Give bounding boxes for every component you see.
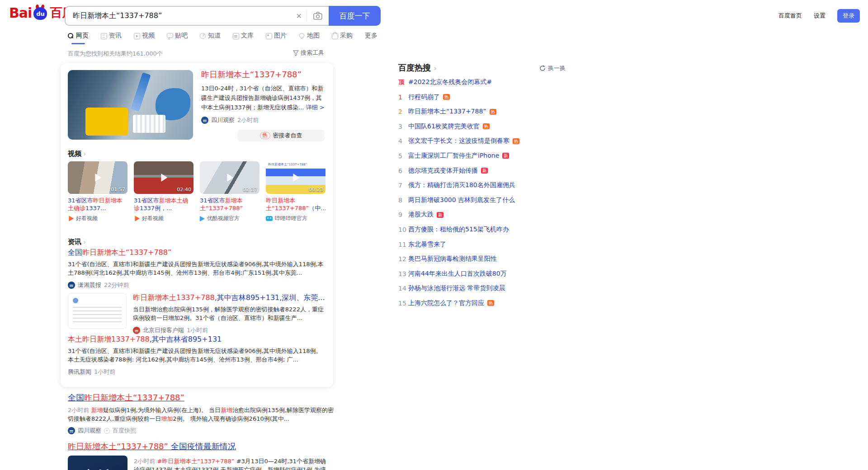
chevron-right-icon[interactable]: ›	[83, 238, 86, 246]
hot-rank: 顶	[398, 78, 408, 86]
hot-badge: 热	[487, 300, 494, 306]
search-input[interactable]	[66, 12, 292, 20]
tab-icon	[134, 33, 140, 39]
hot-rank: 13	[398, 270, 408, 277]
video-caption[interactable]: 31省区市新增本土“1337+788”	[200, 197, 259, 212]
camera-icon[interactable]	[307, 12, 329, 20]
organic-title[interactable]: 昨日新增本土“1337+788” 全国疫情最新情况	[68, 441, 335, 452]
hot-search-list: 顶 #2022北京冬残奥会闭幕式# 1 行程码崩了 热 2 昨日新增本土“133…	[398, 78, 575, 314]
hot-search-item[interactable]: 10 西方傻眼：租给俄的515架飞机咋办	[398, 225, 575, 234]
thumb-tubes-shape	[133, 115, 165, 133]
video-platform-icon	[68, 216, 74, 221]
featured-result-desc: 13日0-24时，31个省（自治区、直辖市）和新疆生产建设兵团报告新增确诊病例1…	[201, 84, 327, 112]
search-tab[interactable]: 采购	[332, 32, 353, 44]
hot-search-item[interactable]: 14 孙杨与泳池渐行渐远 常带货到凌晨	[398, 284, 575, 293]
hot-search-item[interactable]: 2 昨日新增本土“1337+788” 热	[398, 107, 575, 116]
video-caption[interactable]: 31省区市新增本土确诊1337例，...	[134, 197, 193, 212]
video-duration: 01:57	[111, 187, 125, 193]
chevron-right-icon[interactable]: ›	[434, 63, 437, 73]
baidu-home-link[interactable]: 百度首页	[778, 12, 802, 20]
hot-search-item[interactable]: 13 河南44年来出生人口首次跌破80万	[398, 269, 575, 278]
source-name[interactable]: 四川观察	[211, 116, 235, 124]
tab-label: 视频	[142, 32, 155, 40]
source-name[interactable]: 北京日报客户端	[143, 326, 184, 334]
search-tab[interactable]: 图片	[266, 32, 287, 44]
video-thumbnail[interactable]: 02:40	[134, 161, 193, 194]
news-body: 昨日新增本土1337+788,其中吉林895+131,深圳、东莞... 当日新增…	[133, 293, 326, 334]
hot-rank: 11	[398, 241, 408, 248]
tab-label: 网页	[76, 32, 89, 40]
baidu-snapshot-link[interactable]: 百度快照	[113, 427, 136, 435]
search-tab[interactable]: 地图	[299, 32, 320, 44]
video-source-name: 哔哩哔哩官方	[275, 215, 307, 222]
video-caption[interactable]: 31省区市昨日新增本土确诊1337...	[68, 197, 127, 212]
hot-search-item[interactable]: 6 德尔塔克戎变体开始传播 新	[398, 166, 575, 175]
hot-search-item[interactable]: 4 张文宏千字长文：这波疫情是倒春寒 热	[398, 136, 575, 146]
featured-result-title[interactable]: 昨日新增本土“1337+788”	[201, 69, 327, 80]
search-tabs: 网页 资讯 视频 贴吧 知道 文库	[68, 32, 377, 44]
hot-search-item[interactable]: 7 俄方：精确打击消灭180名外国雇佣兵	[398, 181, 575, 190]
search-tab[interactable]: 视频	[134, 32, 155, 44]
result-time: 22分钟前	[104, 281, 129, 289]
organic-source-row: 四川观察 百度快照	[68, 427, 335, 435]
tab-label: 采购	[340, 32, 353, 40]
search-tab[interactable]: 知道	[200, 32, 221, 44]
hot-search-item[interactable]: 5 富士康深圳工厂暂停生产iPhone 新	[398, 151, 575, 160]
search-tools-button[interactable]: 搜索工具	[293, 49, 324, 57]
news-title[interactable]: 昨日新增本土1337+788,其中吉林895+131,深圳、东莞...	[133, 293, 326, 303]
tab-label: 更多	[365, 32, 377, 40]
hot-search-item[interactable]: 1 行程码崩了 热	[398, 93, 575, 102]
source-name[interactable]: 潇湘晨报	[78, 281, 101, 289]
chevron-right-icon[interactable]: ›	[83, 150, 86, 158]
hot-label: 河南44年来出生人口首次跌破80万	[408, 270, 507, 278]
video-source[interactable]: 优酷视频官方	[200, 215, 259, 222]
source-name[interactable]: 腾讯新闻	[68, 368, 91, 376]
hot-search-item[interactable]: 15 上海六院怎么了？官方回应 热	[398, 299, 575, 308]
settings-link[interactable]: 设置	[814, 12, 826, 20]
hot-search-item[interactable]: 12 奥巴马新冠病毒检测结果呈阳性	[398, 254, 575, 263]
thumb-pipette-shape	[131, 72, 151, 112]
video-caption[interactable]: 昨日新增本土“1337+788”（中...	[266, 197, 326, 212]
video-thumbnail[interactable]: 02:37	[200, 161, 259, 194]
video-thumbnail[interactable]: 昨日新增本土“1337+788” 00:23	[266, 161, 326, 194]
login-button[interactable]: 登录	[837, 9, 860, 23]
detail-link[interactable]: 详细 >	[306, 104, 325, 111]
news-section-header: 资讯 ›	[68, 238, 86, 246]
tab-label: 贴吧	[175, 32, 188, 40]
search-tab[interactable]: 更多	[365, 32, 377, 44]
result-thumbnail[interactable]	[68, 70, 193, 140]
hot-search-item[interactable]: 8 两日新增破3000 吉林到底发生了什么	[398, 196, 575, 205]
search-tab[interactable]: 网页	[68, 32, 89, 44]
source-name[interactable]: 四川观察	[78, 427, 101, 435]
featured-source-row: 四川观察 2小时前	[201, 116, 327, 124]
hot-rank: 4	[398, 137, 408, 145]
news-title[interactable]: 全国昨日新增本土“1337+788”	[68, 248, 326, 258]
news-title[interactable]: 本土昨日新增1337+788,其中吉林省895+131	[68, 334, 326, 344]
hot-search-item[interactable]: 顶 #2022北京冬残奥会闭幕式#	[398, 78, 575, 87]
hot-search-item[interactable]: 3 中国队61枚奖牌完美收官 热	[398, 122, 575, 131]
organic-title[interactable]: 全国昨日新增本土“1337+788”	[68, 392, 335, 403]
hot-search-item[interactable]: 11 东北暴雪来了	[398, 240, 575, 249]
news-item: 全国昨日新增本土“1337+788” 31个省(自治区、直辖市)和新疆生产建设兵…	[68, 248, 326, 289]
video-source[interactable]: 好看视频	[68, 215, 127, 222]
tab-label: 地图	[307, 32, 320, 40]
clear-icon[interactable]: ✕	[292, 12, 307, 20]
epidemic-thumbnail[interactable]: 疫情	[68, 456, 127, 470]
video-thumbnail[interactable]: 01:57	[68, 161, 127, 194]
search-tab[interactable]: 资讯	[101, 32, 122, 44]
search-tab[interactable]: 贴吧	[167, 32, 188, 44]
refresh-button[interactable]: 换一换	[539, 64, 566, 72]
search-tab[interactable]: 文库	[233, 32, 254, 44]
video-source[interactable]: 哔哩哔哩官方	[266, 215, 326, 222]
hot-rank: 3	[398, 123, 408, 130]
hot-rank: 15	[398, 300, 408, 307]
results-count: 百度为您找到相关结果约161,000个	[68, 50, 163, 58]
hot-topic-bar[interactable]: 热 密接者自查	[237, 130, 325, 141]
news-thumbnail[interactable]	[68, 293, 127, 329]
video-source[interactable]: 好看视频	[134, 215, 193, 222]
search-button[interactable]: 百度一下	[329, 6, 381, 26]
news-source-row: 腾讯新闻 1小时前	[68, 368, 326, 376]
organic-desc: 2小时前 #昨日新增本土“1337+788” #3月13日0—24时,31个省新…	[134, 457, 328, 470]
hot-search-item[interactable]: 9 港股大跌 新	[398, 210, 575, 219]
baidu-search-results-page: Bai du 百度 ✕ 百度一下 百度首页 设置 登录 网页 资讯	[0, 0, 868, 470]
